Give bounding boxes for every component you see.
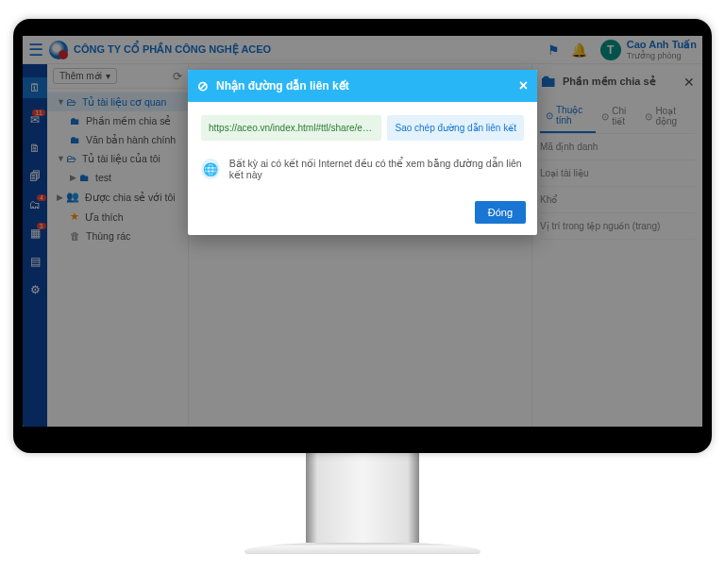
globe-icon: 🌐 — [201, 159, 220, 179]
close-button[interactable]: Đóng — [475, 201, 526, 224]
monitor-stand-base — [244, 543, 481, 554]
monitor-mockup: ☰ CÔNG TY CỔ PHẦN CÔNG NGHỆ ACEO ⚑ 🔔 T C… — [13, 19, 712, 554]
copy-link-button[interactable]: Sao chép đường dẫn liên kết — [387, 115, 524, 141]
modal-title: Nhận đường dẫn liên kết — [216, 79, 349, 92]
share-link-field[interactable]: https://aceo.vn/index.html#ttl/share/eyJ… — [201, 115, 381, 141]
screen: ☰ CÔNG TY CỔ PHẦN CÔNG NGHỆ ACEO ⚑ 🔔 T C… — [23, 36, 702, 427]
share-link-modal: ⊘ Nhận đường dẫn liên kết × https://aceo… — [188, 70, 537, 235]
monitor-bezel: ☰ CÔNG TY CỔ PHẦN CÔNG NGHỆ ACEO ⚑ 🔔 T C… — [13, 19, 712, 453]
monitor-stand-neck — [306, 453, 419, 543]
share-info-text: Bất kỳ ai có kết nối Internet đều có thể… — [229, 158, 524, 180]
close-icon[interactable]: × — [519, 77, 528, 94]
link-icon: ⊘ — [197, 78, 209, 93]
modal-header: ⊘ Nhận đường dẫn liên kết × — [188, 70, 537, 102]
